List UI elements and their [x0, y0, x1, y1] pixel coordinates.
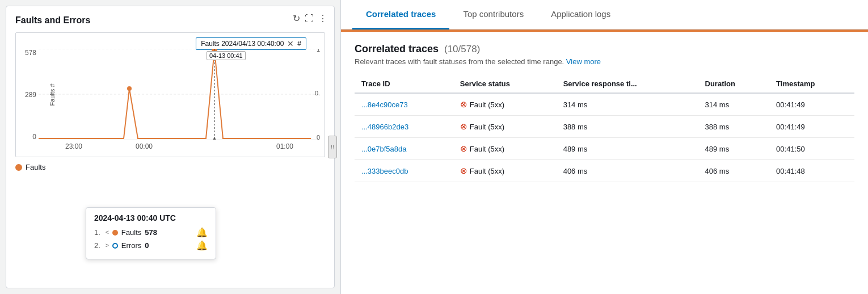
- fault-label-3: Fault (5xx): [470, 167, 504, 175]
- cell-timestamp-0: 00:41:49: [769, 93, 854, 116]
- fault-icon-3: ⊗: [460, 166, 467, 176]
- y-label-top: 578: [20, 49, 36, 57]
- col-timestamp: Timestamp: [769, 75, 854, 93]
- tooltip-num-2: 2.: [94, 241, 102, 250]
- tab-correlated-traces[interactable]: Correlated traces: [352, 0, 449, 30]
- tooltip-row-faults: 1. < Faults 578 🔔: [94, 227, 208, 238]
- col-service-response: Service response ti...: [557, 75, 698, 93]
- faults-legend-dot: [15, 164, 22, 171]
- table-row: ...8e4c90ce73 ⊗ Fault (5xx) 314 ms 314 m…: [355, 93, 854, 116]
- tab-top-contributors[interactable]: Top contributors: [449, 0, 537, 30]
- tooltip-errors-value: 0: [145, 241, 149, 250]
- tooltip-bell-2[interactable]: 🔔: [196, 240, 208, 251]
- fault-label-1: Fault (5xx): [470, 123, 504, 131]
- fault-badge-3: ⊗ Fault (5xx): [460, 166, 550, 176]
- tooltip-row-errors: 2. > Errors 0 🔔: [94, 240, 208, 251]
- x-label-1: 23:00: [65, 142, 82, 150]
- faults-errors-panel: ↻ ⛶ ⋮ Faults and Errors Faults 2024/04/1…: [6, 6, 335, 288]
- cell-trace-id-3: ...333beec0db: [355, 160, 453, 182]
- panel-toolbar: ↻ ⛶ ⋮: [293, 13, 327, 24]
- tooltip-row-left-faults: 1. < Faults 578: [94, 228, 157, 237]
- fault-badge-0: ⊗ Fault (5xx): [460, 99, 550, 110]
- refresh-icon[interactable]: ↻: [293, 13, 300, 24]
- svg-text:0.50: 0.50: [315, 90, 320, 96]
- fault-badge-1: ⊗ Fault (5xx): [460, 121, 550, 132]
- tooltip-faults-value: 578: [145, 228, 157, 237]
- y-label-bot: 0: [20, 133, 36, 141]
- svg-marker-6: [212, 137, 217, 140]
- trace-link-3[interactable]: ...333beec0db: [361, 167, 408, 175]
- cell-response-time-2: 489 ms: [557, 138, 698, 160]
- tooltip-row-left-errors: 2. > Errors 0: [94, 241, 149, 250]
- correlated-count: (10/578): [444, 44, 480, 54]
- cell-service-status-3: ⊗ Fault (5xx): [453, 160, 557, 182]
- legend-area: Faults: [15, 163, 325, 171]
- svg-text:0: 0: [317, 134, 320, 140]
- panel-title: Faults and Errors: [15, 15, 325, 26]
- faults-legend-label: Faults: [26, 163, 45, 171]
- cell-timestamp-3: 00:41:48: [769, 160, 854, 182]
- cell-timestamp-2: 00:41:50: [769, 138, 854, 160]
- panel-content: Correlated traces (10/578) Relevant trac…: [341, 32, 868, 294]
- cell-response-time-3: 406 ms: [557, 160, 698, 182]
- cell-response-time-0: 314 ms: [557, 93, 698, 116]
- trace-link-0[interactable]: ...8e4c90ce73: [361, 100, 408, 109]
- resizer-icon: ⁞⁞: [331, 144, 334, 150]
- correlated-title: Correlated traces: [355, 43, 439, 54]
- tooltip-chevron-1: <: [106, 229, 109, 236]
- trace-link-1[interactable]: ...48966b2de3: [361, 123, 408, 131]
- correlated-subtitle: Relevant traces with fault statuses from…: [355, 57, 854, 66]
- cell-trace-id-0: ...8e4c90ce73: [355, 93, 453, 116]
- correlated-header: Correlated traces (10/578) Relevant trac…: [355, 43, 854, 66]
- tab-application-logs[interactable]: Application logs: [537, 0, 624, 30]
- panel-resizer[interactable]: ⁞⁞: [328, 136, 337, 158]
- fault-icon-0: ⊗: [460, 99, 467, 110]
- cell-service-status-0: ⊗ Fault (5xx): [453, 93, 557, 116]
- table-header: Trace ID Service status Service response…: [355, 75, 854, 93]
- tooltip-faults-name: Faults: [121, 228, 141, 237]
- table-body: ...8e4c90ce73 ⊗ Fault (5xx) 314 ms 314 m…: [355, 93, 854, 182]
- y-label-mid: 289: [20, 91, 36, 99]
- col-trace-id: Trace ID: [355, 75, 453, 93]
- expand-icon[interactable]: ⛶: [305, 14, 314, 24]
- tooltip-box: 2024-04-13 00:40 UTC 1. < Faults 578 🔔 2…: [86, 207, 216, 259]
- cell-duration-2: 489 ms: [698, 138, 770, 160]
- x-label-2: 00:00: [136, 142, 153, 150]
- crosshair-label: 04-13 00:41: [207, 51, 246, 60]
- traces-table: Trace ID Service status Service response…: [355, 75, 854, 182]
- tooltip-errors-name: Errors: [121, 241, 141, 250]
- correlated-title-row: Correlated traces (10/578): [355, 43, 854, 55]
- cell-duration-1: 388 ms: [698, 116, 770, 138]
- tooltip-chevron-2: >: [106, 242, 109, 249]
- more-options-icon[interactable]: ⋮: [318, 13, 327, 24]
- cell-trace-id-1: ...48966b2de3: [355, 116, 453, 138]
- view-more-link[interactable]: View more: [566, 57, 601, 66]
- chart-area: Faults 2024/04/13 00:40:00 ✕ # 578 289 0…: [15, 32, 325, 157]
- right-panel: Correlated traces Top contributors Appli…: [340, 0, 868, 294]
- table-row: ...0e7bf5a8da ⊗ Fault (5xx) 489 ms 489 m…: [355, 138, 854, 160]
- col-duration: Duration: [698, 75, 770, 93]
- tooltip-num-1: 1.: [94, 228, 102, 237]
- x-label-4: 01:00: [276, 142, 293, 150]
- tooltip-bell-1[interactable]: 🔔: [196, 227, 208, 238]
- cell-trace-id-2: ...0e7bf5a8da: [355, 138, 453, 160]
- col-service-status: Service status: [453, 75, 557, 93]
- cell-duration-0: 314 ms: [698, 93, 770, 116]
- fault-label-2: Fault (5xx): [470, 145, 504, 153]
- cell-service-status-1: ⊗ Fault (5xx): [453, 116, 557, 138]
- table-row: ...333beec0db ⊗ Fault (5xx) 406 ms 406 m…: [355, 160, 854, 182]
- cell-service-status-2: ⊗ Fault (5xx): [453, 138, 557, 160]
- fault-icon-1: ⊗: [460, 121, 467, 132]
- cell-duration-3: 406 ms: [698, 160, 770, 182]
- cell-response-time-1: 388 ms: [557, 116, 698, 138]
- svg-point-4: [127, 86, 132, 91]
- tooltip-errors-dot: [112, 243, 118, 249]
- tabs-header: Correlated traces Top contributors Appli…: [341, 0, 868, 30]
- cell-timestamp-1: 00:41:49: [769, 116, 854, 138]
- tooltip-date: 2024-04-13 00:40 UTC: [94, 213, 208, 222]
- fault-icon-2: ⊗: [460, 144, 467, 154]
- chart-svg: 1 0.50 0: [39, 49, 320, 140]
- tooltip-faults-dot: [112, 230, 118, 236]
- table-row: ...48966b2de3 ⊗ Fault (5xx) 388 ms 388 m…: [355, 116, 854, 138]
- trace-link-2[interactable]: ...0e7bf5a8da: [361, 145, 407, 153]
